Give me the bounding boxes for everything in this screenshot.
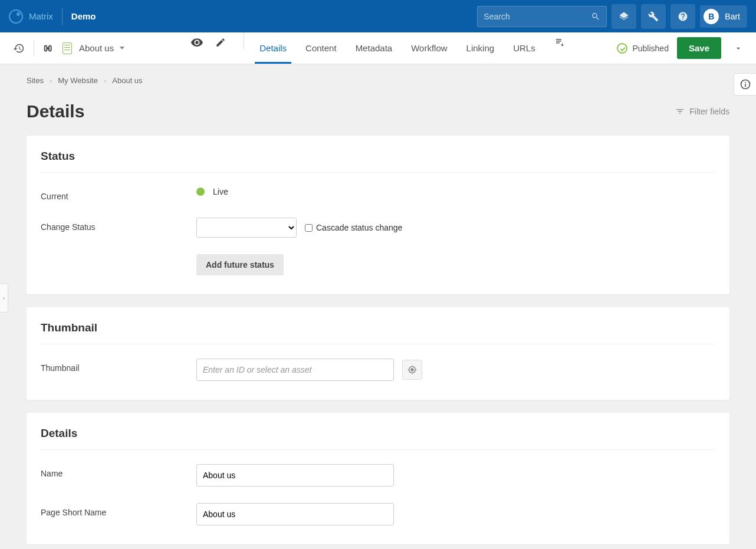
tab-urls[interactable]: URLs: [504, 32, 545, 64]
cascade-label-text: Cascade status change: [316, 223, 402, 232]
asset-picker-button[interactable]: [402, 360, 422, 380]
change-status-label: Change Status: [41, 218, 196, 232]
tools-button[interactable]: [641, 4, 666, 29]
search-icon: [591, 12, 600, 21]
breadcrumb-item[interactable]: Sites: [27, 76, 44, 85]
brand-label: Matrix: [29, 11, 53, 21]
breadcrumb-item[interactable]: My Website: [58, 76, 98, 85]
toolbar: About us Details Content Metadata Workfl…: [0, 32, 756, 64]
tab-workflow[interactable]: Workflow: [402, 32, 456, 64]
published-icon: [617, 43, 627, 54]
wrench-icon: [648, 11, 659, 22]
details-card-title: Details: [41, 427, 715, 450]
thumbnail-label: Thumbnail: [41, 359, 196, 373]
avatar: B: [704, 9, 719, 24]
save-button[interactable]: Save: [677, 37, 721, 59]
page-type-icon: [63, 42, 72, 54]
current-status-value: Live: [213, 187, 228, 196]
current-status-label: Current: [41, 187, 196, 201]
screens-icon: [554, 37, 565, 48]
status-dot-icon: [196, 188, 205, 196]
layers-icon: [619, 11, 629, 22]
cascade-checkbox-label[interactable]: Cascade status change: [305, 223, 402, 232]
filter-fields-label: Filter fields: [689, 107, 729, 116]
binoculars-icon: [42, 42, 55, 55]
eye-icon: [190, 36, 203, 49]
breadcrumb-sep: ›: [50, 76, 52, 85]
name-input[interactable]: [196, 464, 394, 486]
breadcrumb: Sites › My Website › About us: [27, 76, 729, 85]
app-header: Matrix Demo B Bart: [0, 0, 756, 32]
help-icon: [678, 11, 688, 22]
save-dropdown[interactable]: [729, 37, 747, 60]
tab-linking[interactable]: Linking: [457, 32, 504, 64]
publish-status: Published: [617, 43, 669, 54]
tab-details[interactable]: Details: [250, 32, 296, 64]
history-icon: [13, 42, 25, 54]
layers-button[interactable]: [612, 4, 636, 29]
thumbnail-card-title: Thumbnail: [41, 321, 715, 344]
side-panel-toggle[interactable]: ›: [0, 283, 8, 313]
preview-button[interactable]: [187, 32, 207, 52]
change-status-select[interactable]: [196, 218, 297, 238]
binoculars-button[interactable]: [39, 38, 59, 58]
user-menu[interactable]: B Bart: [700, 5, 747, 28]
main-content: Sites › My Website › About us Details Fi…: [0, 64, 756, 549]
chevron-down-icon: [734, 44, 742, 52]
short-name-input[interactable]: [196, 503, 394, 525]
site-name[interactable]: Demo: [71, 11, 96, 21]
asset-dropdown-caret[interactable]: [120, 47, 124, 50]
search-input[interactable]: [484, 12, 591, 21]
short-name-label: Page Short Name: [41, 503, 196, 517]
help-button[interactable]: [670, 4, 695, 29]
header-divider: [62, 8, 63, 25]
filter-icon: [675, 107, 685, 116]
search-box[interactable]: [477, 6, 607, 27]
asset-title[interactable]: About us: [79, 43, 114, 53]
tab-bar: Details Content Metadata Workflow Linkin…: [187, 32, 569, 64]
pencil-icon: [215, 37, 226, 48]
more-screens-button[interactable]: [550, 32, 570, 52]
status-card: Status Current Live Change Status Cascad…: [27, 136, 729, 294]
status-card-title: Status: [41, 150, 715, 173]
edit-button[interactable]: [211, 32, 231, 52]
history-button[interactable]: [9, 38, 29, 58]
filter-fields-button[interactable]: Filter fields: [675, 107, 729, 116]
target-icon: [407, 365, 417, 374]
thumbnail-card: Thumbnail Thumbnail: [27, 307, 729, 400]
page-title: Details: [27, 101, 84, 121]
logo-icon: [9, 9, 23, 24]
breadcrumb-item[interactable]: About us: [112, 76, 142, 85]
add-future-status-button[interactable]: Add future status: [196, 254, 284, 275]
thumbnail-input[interactable]: [196, 359, 394, 381]
cascade-checkbox[interactable]: [305, 224, 313, 232]
breadcrumb-sep: ›: [104, 76, 106, 85]
details-card: Details Name Page Short Name: [27, 413, 729, 544]
info-panel-toggle[interactable]: [734, 73, 756, 96]
info-icon: [739, 78, 751, 90]
tab-content[interactable]: Content: [296, 32, 346, 64]
user-name: Bart: [725, 12, 740, 21]
publish-status-label: Published: [632, 44, 669, 53]
tab-metadata[interactable]: Metadata: [346, 32, 402, 64]
name-label: Name: [41, 464, 196, 478]
